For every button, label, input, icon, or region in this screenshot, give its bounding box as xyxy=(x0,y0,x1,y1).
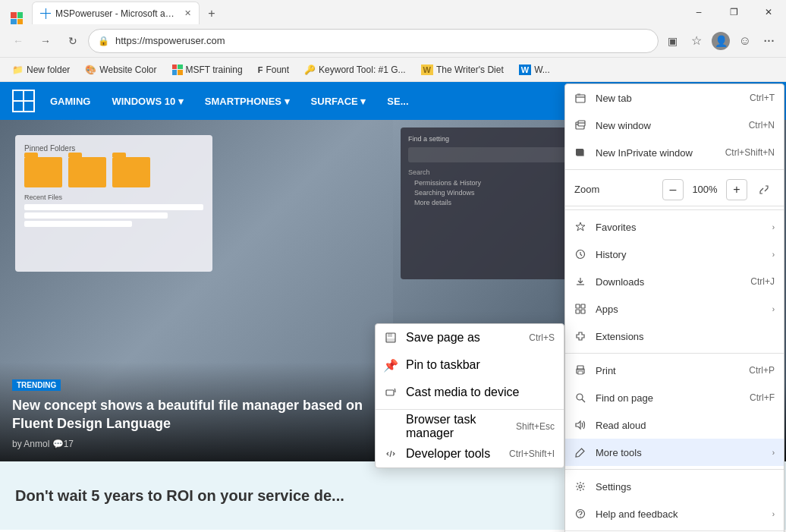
mspoweruser-logo xyxy=(12,90,35,112)
svg-point-22 xyxy=(579,485,582,488)
settings-item[interactable]: Settings xyxy=(565,473,784,500)
print-label: Print xyxy=(596,365,740,376)
sidebar-button[interactable]: ▣ xyxy=(662,30,683,52)
refresh-button[interactable]: ↻ xyxy=(61,29,85,53)
nav-gaming[interactable]: GAMING xyxy=(47,93,93,110)
bookmark-label: MSFT training xyxy=(186,65,243,75)
developer-tools-item[interactable]: Developer tools Ctrl+Shift+I xyxy=(376,440,564,467)
help-icon xyxy=(574,508,586,520)
help-feedback-item[interactable]: Help and feedback › xyxy=(565,500,784,527)
nav-windows10[interactable]: WINDOWS 10 ▾ xyxy=(108,93,186,110)
emoji-button[interactable]: ☺ xyxy=(734,30,756,52)
read-aloud-label: Read aloud xyxy=(596,420,775,431)
svg-rect-3 xyxy=(386,390,394,395)
close-button[interactable]: ✕ xyxy=(751,0,786,24)
menu-divider-5 xyxy=(565,530,784,531)
forward-button[interactable]: → xyxy=(33,29,58,53)
emoji-icon: ☺ xyxy=(739,34,751,48)
svg-rect-17 xyxy=(581,310,585,313)
article-card-1[interactable]: Pinned Folders Recent xyxy=(0,120,393,461)
bookmark-w[interactable]: W W... xyxy=(513,61,556,79)
inprivate-label: New InPrivate window xyxy=(596,147,716,159)
print-item[interactable]: Print Ctrl+P xyxy=(565,357,784,384)
active-tab[interactable]: MSPoweruser - Microsoft and Te... ✕ xyxy=(32,2,200,24)
svg-rect-2 xyxy=(386,338,395,342)
bookmark-label: Fount xyxy=(266,65,289,75)
svg-rect-20 xyxy=(578,371,583,374)
restore-button[interactable]: ❐ xyxy=(716,0,751,24)
zoom-controls: – 100% + xyxy=(662,179,775,200)
pin-taskbar-item[interactable]: 📌 Pin to taskbar xyxy=(376,351,564,379)
apps-arrow: › xyxy=(772,305,775,313)
bookmark-keyword-tool[interactable]: 🔑 Keyword Tool: #1 G... xyxy=(298,61,412,79)
tab-close-button[interactable]: ✕ xyxy=(184,8,191,18)
find-on-page-label: Find on page xyxy=(596,392,740,404)
new-tab-shortcut: Ctrl+T xyxy=(750,93,775,103)
save-page-as-item[interactable]: Save page as Ctrl+S xyxy=(376,324,564,351)
writers-icon: W xyxy=(421,65,433,75)
favorites-item[interactable]: Favorites › xyxy=(565,213,784,241)
site-logo xyxy=(12,90,35,112)
apps-item[interactable]: Apps › xyxy=(565,295,784,323)
lock-icon: 🔒 xyxy=(98,36,109,46)
nav-more[interactable]: SE... xyxy=(384,93,411,110)
find-on-page-item[interactable]: Find on page Ctrl+F xyxy=(565,384,784,411)
new-window-item[interactable]: New window Ctrl+N xyxy=(565,112,784,139)
nav-surface[interactable]: SURFACE ▾ xyxy=(308,93,369,110)
new-window-label: New window xyxy=(596,120,740,131)
read-aloud-item[interactable]: Read aloud xyxy=(565,411,784,439)
devtools-shortcut: Ctrl+Shift+I xyxy=(509,449,555,459)
new-tab-item[interactable]: New tab Ctrl+T xyxy=(565,84,784,112)
menu-divider-4 xyxy=(565,469,784,470)
nav-smartphones[interactable]: SMARTPHONES ▾ xyxy=(202,93,293,110)
more-tools-item[interactable]: More tools › xyxy=(565,439,784,466)
find-shortcut: Ctrl+F xyxy=(750,392,775,403)
help-arrow: › xyxy=(772,510,775,518)
tab-favicon xyxy=(40,8,51,19)
extensions-item[interactable]: Extensions xyxy=(565,323,784,350)
titlebar: MSPoweruser - Microsoft and Te... ✕ + – … xyxy=(0,0,786,24)
svg-rect-6 xyxy=(577,93,580,96)
bookmark-msft-training[interactable]: MSFT training xyxy=(166,61,249,79)
favorites-arrow: › xyxy=(772,223,775,231)
bookmark-writers-diet[interactable]: W The Writer's Diet xyxy=(415,61,510,79)
history-label: History xyxy=(596,249,763,260)
minimize-button[interactable]: – xyxy=(681,0,716,24)
zoom-minus-button[interactable]: – xyxy=(662,179,684,200)
save-page-shortcut: Ctrl+S xyxy=(529,332,555,343)
bookmark-label: Website Color xyxy=(99,65,156,75)
cast-label: Cast media to device xyxy=(406,386,519,399)
browser-task-manager-item[interactable]: Browser task manager Shift+Esc xyxy=(376,413,564,440)
article-meta-1: by Anmol 💬17 xyxy=(12,439,381,449)
devtools-icon xyxy=(385,448,397,460)
profile-button[interactable]: 👤 xyxy=(710,30,731,52)
inprivate-shortcut: Ctrl+Shift+N xyxy=(725,147,775,158)
favorites-button[interactable]: ☆ xyxy=(686,30,707,52)
back-button[interactable]: ← xyxy=(6,29,30,53)
bookmark-fount[interactable]: F Fount xyxy=(252,61,295,79)
bookmark-label: The Writer's Diet xyxy=(436,65,504,75)
cast-media-item[interactable]: Cast media to device xyxy=(376,379,564,406)
more-button[interactable]: ··· xyxy=(759,30,780,52)
new-inprivate-item[interactable]: New InPrivate window Ctrl+Shift+N xyxy=(565,139,784,166)
downloads-item[interactable]: Downloads Ctrl+J xyxy=(565,268,784,295)
folder-illustration: Pinned Folders Recent xyxy=(15,135,212,272)
svg-rect-14 xyxy=(576,304,580,308)
downloads-label: Downloads xyxy=(596,276,741,288)
bookmarks-bar: 📁 New folder 🎨 Website Color MSFT traini… xyxy=(0,58,786,82)
svg-rect-1 xyxy=(388,333,392,337)
avatar: 👤 xyxy=(712,32,730,50)
devtools-label: Developer tools xyxy=(406,447,490,461)
apps-icon xyxy=(574,303,586,315)
zoom-expand-button[interactable] xyxy=(753,179,775,200)
bookmark-new-folder[interactable]: 📁 New folder xyxy=(6,61,76,79)
address-bar[interactable]: 🔒 https://mspoweruser.com xyxy=(88,29,659,53)
extensions-label: Extensions xyxy=(596,331,775,342)
new-tab-button[interactable]: + xyxy=(201,3,222,24)
bookmark-website-color[interactable]: 🎨 Website Color xyxy=(79,61,162,79)
history-item[interactable]: History › xyxy=(565,241,784,268)
zoom-plus-button[interactable]: + xyxy=(726,179,747,200)
more-tools-icon xyxy=(574,446,586,458)
article-overlay-1: TRENDING New concept shows a beautiful f… xyxy=(0,362,393,461)
cast-icon xyxy=(385,386,397,398)
